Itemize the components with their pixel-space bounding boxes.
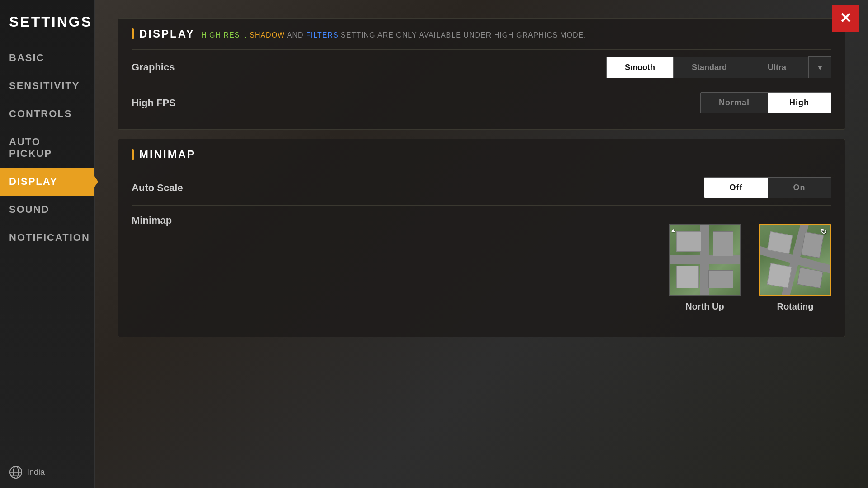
high-fps-toggle: Normal High <box>700 92 831 113</box>
auto-scale-row: Auto Scale Off On <box>132 170 831 205</box>
graphics-dropdown-label: ▾ <box>818 62 822 72</box>
high-fps-row: High FPS Normal High <box>132 85 831 120</box>
minimap-north-up-label: North Up <box>685 301 724 312</box>
graphics-ultra-btn[interactable]: Ultra <box>745 57 808 78</box>
minimap-rotating-thumb: ↻ <box>759 224 831 296</box>
app-title: SETTINGS <box>0 9 94 44</box>
graphics-smooth-btn[interactable]: Smooth <box>606 57 673 78</box>
sidebar-item-sound[interactable]: SOUND <box>0 196 94 224</box>
minimap-section-bar <box>132 149 134 160</box>
sidebar: SETTINGS BASIC SENSITIVITY CONTROLS AUTO… <box>0 0 95 488</box>
minimap-header: MINIMAP <box>132 148 831 161</box>
minimap-north-up[interactable]: ▲ North Up <box>669 224 741 312</box>
minimap-row: Minimap <box>132 205 831 328</box>
auto-scale-off-btn[interactable]: Off <box>704 178 768 198</box>
subtitle-end: setting are only available under high gr… <box>341 31 586 39</box>
display-section-bar <box>132 28 134 39</box>
sidebar-item-auto-pickup[interactable]: AUTO PICKUP <box>0 128 94 168</box>
close-button[interactable]: ✕ <box>832 5 859 32</box>
graphics-row: Graphics Smooth Standard Ultra ▾ <box>132 49 831 85</box>
auto-scale-label: Auto Scale <box>132 182 183 194</box>
graphics-label: Graphics <box>132 61 175 73</box>
graphics-controls: Smooth Standard Ultra ▾ <box>606 56 831 78</box>
minimap-rotating[interactable]: ↻ Rotating <box>759 224 831 312</box>
subtitle-and: and <box>287 31 306 39</box>
subtitle-highres: High Res. , <box>201 31 247 39</box>
subtitle-shadow: Shadow <box>250 31 285 39</box>
fps-high-btn[interactable]: High <box>768 93 831 113</box>
minimap-north-up-thumb: ▲ <box>669 224 741 296</box>
auto-scale-toggle: Off On <box>704 177 831 198</box>
sidebar-item-basic[interactable]: BASIC <box>0 44 94 72</box>
display-header: DISPLAY High Res. , Shadow and Filters s… <box>132 28 831 40</box>
sidebar-item-notification[interactable]: NOTIFICATION <box>0 224 94 252</box>
fps-normal-btn[interactable]: Normal <box>701 93 768 113</box>
minimap-options: ▲ North Up <box>669 215 831 321</box>
sidebar-footer: India <box>0 456 94 488</box>
high-fps-label: High FPS <box>132 97 176 109</box>
minimap-title: MINIMAP <box>139 148 196 161</box>
region-label: India <box>27 468 45 477</box>
minimap-rotating-label: Rotating <box>777 301 813 312</box>
globe-icon <box>9 465 23 479</box>
display-section: DISPLAY High Res. , Shadow and Filters s… <box>118 18 845 130</box>
sidebar-item-display[interactable]: DISPLAY <box>0 168 94 196</box>
display-title: DISPLAY High Res. , Shadow and Filters s… <box>139 28 586 40</box>
sidebar-item-sensitivity[interactable]: SENSITIVITY <box>0 72 94 100</box>
graphics-dropdown-btn[interactable]: ▾ <box>808 56 831 78</box>
minimap-section: MINIMAP Auto Scale Off On Minimap <box>118 139 845 337</box>
north-arrow-indicator: ▲ <box>670 227 676 233</box>
main-content: DISPLAY High Res. , Shadow and Filters s… <box>95 0 868 488</box>
graphics-standard-btn[interactable]: Standard <box>673 57 745 78</box>
auto-scale-on-btn[interactable]: On <box>768 178 831 198</box>
sidebar-item-controls[interactable]: CONTROLS <box>0 100 94 128</box>
subtitle-filters: Filters <box>306 31 339 39</box>
minimap-label: Minimap <box>132 215 172 226</box>
